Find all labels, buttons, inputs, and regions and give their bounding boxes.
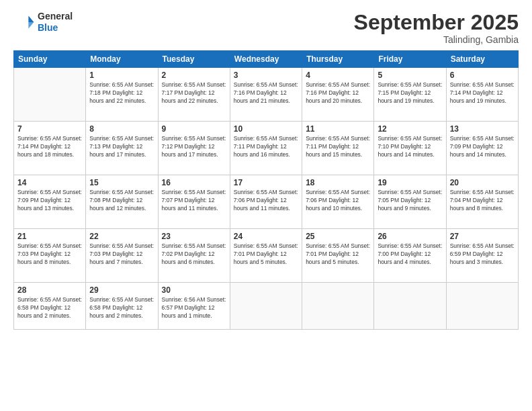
day-info: Sunrise: 6:55 AM Sunset: 7:07 PM Dayligh… xyxy=(162,189,226,213)
day-info: Sunrise: 6:55 AM Sunset: 7:01 PM Dayligh… xyxy=(306,242,370,267)
day-number: 17 xyxy=(234,178,298,187)
table-row: 28Sunrise: 6:55 AM Sunset: 6:58 PM Dayli… xyxy=(14,283,86,330)
day-number: 14 xyxy=(17,178,82,187)
day-info: Sunrise: 6:55 AM Sunset: 7:17 PM Dayligh… xyxy=(162,81,226,105)
day-info: Sunrise: 6:55 AM Sunset: 7:11 PM Dayligh… xyxy=(234,135,298,159)
day-info: Sunrise: 6:55 AM Sunset: 7:14 PM Dayligh… xyxy=(450,81,515,105)
day-number: 20 xyxy=(450,178,515,187)
day-number: 16 xyxy=(162,178,226,187)
col-sunday: Sunday xyxy=(14,51,86,68)
table-row: 26Sunrise: 6:55 AM Sunset: 7:00 PM Dayli… xyxy=(374,229,446,283)
day-info: Sunrise: 6:55 AM Sunset: 7:01 PM Dayligh… xyxy=(234,242,298,267)
table-row xyxy=(302,283,374,330)
day-number: 15 xyxy=(89,178,154,187)
day-info: Sunrise: 6:55 AM Sunset: 7:06 PM Dayligh… xyxy=(234,189,298,213)
day-number: 8 xyxy=(89,124,154,134)
month-title: September 2025 xyxy=(354,11,519,34)
header: General Blue September 2025 Talinding, G… xyxy=(13,11,519,45)
day-info: Sunrise: 6:55 AM Sunset: 7:11 PM Dayligh… xyxy=(306,135,370,159)
col-thursday: Thursday xyxy=(302,51,374,68)
table-row: 7Sunrise: 6:55 AM Sunset: 7:14 PM Daylig… xyxy=(14,122,86,175)
day-number: 30 xyxy=(162,285,226,295)
day-info: Sunrise: 6:55 AM Sunset: 7:05 PM Dayligh… xyxy=(378,189,442,213)
table-row: 20Sunrise: 6:55 AM Sunset: 7:04 PM Dayli… xyxy=(446,175,518,229)
day-info: Sunrise: 6:55 AM Sunset: 7:09 PM Dayligh… xyxy=(450,135,515,159)
day-info: Sunrise: 6:55 AM Sunset: 7:16 PM Dayligh… xyxy=(234,81,298,105)
day-info: Sunrise: 6:55 AM Sunset: 7:12 PM Dayligh… xyxy=(162,135,226,159)
table-row: 8Sunrise: 6:55 AM Sunset: 7:13 PM Daylig… xyxy=(86,122,158,175)
col-friday: Friday xyxy=(374,51,446,68)
day-number: 19 xyxy=(378,178,442,187)
day-info: Sunrise: 6:55 AM Sunset: 7:09 PM Dayligh… xyxy=(17,189,82,213)
table-row: 2Sunrise: 6:55 AM Sunset: 7:17 PM Daylig… xyxy=(158,68,230,122)
page: General Blue September 2025 Talinding, G… xyxy=(0,0,532,411)
day-info: Sunrise: 6:55 AM Sunset: 7:02 PM Dayligh… xyxy=(162,242,226,267)
table-row: 3Sunrise: 6:55 AM Sunset: 7:16 PM Daylig… xyxy=(230,68,302,122)
table-row: 29Sunrise: 6:55 AM Sunset: 6:58 PM Dayli… xyxy=(86,283,158,330)
day-info: Sunrise: 6:55 AM Sunset: 7:00 PM Dayligh… xyxy=(378,242,442,267)
day-info: Sunrise: 6:55 AM Sunset: 7:10 PM Dayligh… xyxy=(378,135,442,159)
day-info: Sunrise: 6:55 AM Sunset: 7:03 PM Dayligh… xyxy=(17,242,82,267)
table-row: 15Sunrise: 6:55 AM Sunset: 7:08 PM Dayli… xyxy=(86,175,158,229)
day-number: 2 xyxy=(162,71,226,80)
logo-line1: General xyxy=(38,11,73,22)
day-info: Sunrise: 6:55 AM Sunset: 7:14 PM Dayligh… xyxy=(17,135,82,159)
table-row xyxy=(374,283,446,330)
table-row: 27Sunrise: 6:55 AM Sunset: 6:59 PM Dayli… xyxy=(446,229,518,283)
day-number: 1 xyxy=(89,71,154,80)
table-row: 9Sunrise: 6:55 AM Sunset: 7:12 PM Daylig… xyxy=(158,122,230,175)
day-number: 10 xyxy=(234,124,298,134)
table-row xyxy=(14,68,86,122)
table-row: 22Sunrise: 6:55 AM Sunset: 7:03 PM Dayli… xyxy=(86,229,158,283)
day-number: 29 xyxy=(89,285,154,295)
table-row: 4Sunrise: 6:55 AM Sunset: 7:16 PM Daylig… xyxy=(302,68,374,122)
table-row xyxy=(446,283,518,330)
day-number: 3 xyxy=(234,71,298,80)
calendar-table: Sunday Monday Tuesday Wednesday Thursday… xyxy=(13,50,519,330)
col-monday: Monday xyxy=(86,51,158,68)
day-info: Sunrise: 6:55 AM Sunset: 6:58 PM Dayligh… xyxy=(89,296,154,320)
table-row: 24Sunrise: 6:55 AM Sunset: 7:01 PM Dayli… xyxy=(230,229,302,283)
table-row: 18Sunrise: 6:55 AM Sunset: 7:06 PM Dayli… xyxy=(302,175,374,229)
day-number: 6 xyxy=(450,71,515,80)
day-info: Sunrise: 6:55 AM Sunset: 7:04 PM Dayligh… xyxy=(450,189,515,213)
table-row: 5Sunrise: 6:55 AM Sunset: 7:15 PM Daylig… xyxy=(374,68,446,122)
table-row: 12Sunrise: 6:55 AM Sunset: 7:10 PM Dayli… xyxy=(374,122,446,175)
table-row: 17Sunrise: 6:55 AM Sunset: 7:06 PM Dayli… xyxy=(230,175,302,229)
table-row: 13Sunrise: 6:55 AM Sunset: 7:09 PM Dayli… xyxy=(446,122,518,175)
day-info: Sunrise: 6:55 AM Sunset: 6:58 PM Dayligh… xyxy=(17,296,82,320)
day-info: Sunrise: 6:55 AM Sunset: 7:08 PM Dayligh… xyxy=(89,189,154,213)
day-info: Sunrise: 6:55 AM Sunset: 7:03 PM Dayligh… xyxy=(89,242,154,267)
day-number: 12 xyxy=(378,124,442,134)
svg-marker-0 xyxy=(28,15,34,22)
table-row: 11Sunrise: 6:55 AM Sunset: 7:11 PM Dayli… xyxy=(302,122,374,175)
day-info: Sunrise: 6:55 AM Sunset: 7:13 PM Dayligh… xyxy=(89,135,154,159)
day-number: 5 xyxy=(378,71,442,80)
day-info: Sunrise: 6:56 AM Sunset: 6:57 PM Dayligh… xyxy=(162,296,226,320)
logo-icon xyxy=(13,11,35,33)
table-row: 10Sunrise: 6:55 AM Sunset: 7:11 PM Dayli… xyxy=(230,122,302,175)
col-tuesday: Tuesday xyxy=(158,51,230,68)
col-wednesday: Wednesday xyxy=(230,51,302,68)
day-number: 28 xyxy=(17,285,82,295)
day-number: 24 xyxy=(234,232,298,241)
table-row: 25Sunrise: 6:55 AM Sunset: 7:01 PM Dayli… xyxy=(302,229,374,283)
day-info: Sunrise: 6:55 AM Sunset: 7:06 PM Dayligh… xyxy=(306,189,370,213)
logo-line2: Blue xyxy=(38,22,73,34)
day-number: 23 xyxy=(162,232,226,241)
day-info: Sunrise: 6:55 AM Sunset: 6:59 PM Dayligh… xyxy=(450,242,515,267)
table-row: 23Sunrise: 6:55 AM Sunset: 7:02 PM Dayli… xyxy=(158,229,230,283)
day-number: 22 xyxy=(89,232,154,241)
svg-marker-1 xyxy=(28,22,34,29)
day-number: 25 xyxy=(306,232,370,241)
day-info: Sunrise: 6:55 AM Sunset: 7:18 PM Dayligh… xyxy=(89,81,154,105)
day-number: 26 xyxy=(378,232,442,241)
day-number: 11 xyxy=(306,124,370,134)
logo: General Blue xyxy=(13,11,73,34)
day-number: 13 xyxy=(450,124,515,134)
day-info: Sunrise: 6:55 AM Sunset: 7:15 PM Dayligh… xyxy=(378,81,442,105)
title-block: September 2025 Talinding, Gambia xyxy=(354,11,519,45)
location-subtitle: Talinding, Gambia xyxy=(354,34,519,45)
table-row xyxy=(230,283,302,330)
day-number: 27 xyxy=(450,232,515,241)
